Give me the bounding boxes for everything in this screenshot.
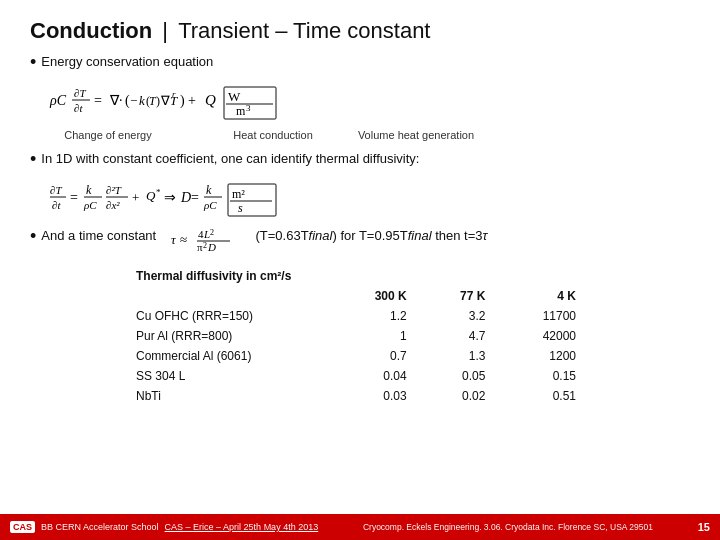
svg-text:D: D <box>207 241 216 253</box>
svg-text:∇: ∇ <box>160 93 170 108</box>
svg-text:2: 2 <box>203 241 207 250</box>
cell-77k: 3.2 <box>421 306 500 326</box>
bullet-dot-2: • <box>30 150 36 168</box>
svg-text:3: 3 <box>246 103 251 113</box>
svg-text:): ) <box>156 94 160 108</box>
svg-text:ρC: ρC <box>49 93 67 108</box>
cell-77k: 0.05 <box>421 366 500 386</box>
bullet-timeconstant-text: And a time constant <box>41 228 156 243</box>
cell-77k: 4.7 <box>421 326 500 346</box>
cell-4k: 42000 <box>499 326 590 346</box>
cell-300k: 0.03 <box>332 386 421 406</box>
label-volume-heat: Volume heat generation <box>346 129 486 141</box>
cell-77k: 1.3 <box>421 346 500 366</box>
svg-text:s: s <box>238 201 243 215</box>
table-title: Thermal diffusivity in cm²/s <box>130 266 590 286</box>
cell-77k: 0.02 <box>421 386 500 406</box>
equation-labels: Change of energy Heat conduction Volume … <box>48 129 690 141</box>
cell-300k: 0.7 <box>332 346 421 366</box>
svg-text:m: m <box>236 104 246 118</box>
footer-event: CAS – Erice – April 25th May 4th 2013 <box>165 522 319 532</box>
bullet-energy-text: Energy conservation equation <box>41 54 213 69</box>
svg-text:T: T <box>170 93 178 108</box>
bullet-dot-3: • <box>30 227 36 245</box>
svg-text:τ: τ <box>171 232 177 247</box>
svg-text:W: W <box>228 89 241 104</box>
table-row: Pur Al (RRR=800)14.742000 <box>130 326 590 346</box>
svg-text:∂t: ∂t <box>74 102 83 114</box>
svg-text:=: = <box>94 93 102 108</box>
svg-text:∂t: ∂t <box>52 199 61 211</box>
svg-text:2: 2 <box>210 228 214 237</box>
timeconstant-eq-svg: τ ≈ 4 L 2 π 2 D <box>170 228 242 258</box>
equation-energy-conservation: ρC ∂T ∂t = ∇· ( − k ( T ) ∇ r T ) + Q <box>48 79 690 127</box>
footer-event-link[interactable]: CAS – Erice – April 25th May 4th 2013 <box>165 522 319 532</box>
table-row: SS 304 L0.040.050.15 <box>130 366 590 386</box>
diffusivity-table-section: Thermal diffusivity in cm²/s 300 K 77 K … <box>30 266 690 406</box>
diffusivity-table: Thermal diffusivity in cm²/s 300 K 77 K … <box>130 266 590 406</box>
svg-text:+: + <box>188 93 196 108</box>
footer-page: 15 <box>698 521 710 533</box>
title-separator: | <box>162 18 168 43</box>
footer-logo: CAS <box>10 521 35 533</box>
svg-text:⇒: ⇒ <box>164 190 176 205</box>
svg-text:=: = <box>191 190 199 205</box>
svg-text:∂T: ∂T <box>74 87 86 99</box>
label-heat-conduction: Heat conduction <box>208 129 338 141</box>
cell-300k: 1.2 <box>332 306 421 326</box>
cell-4k: 0.15 <box>499 366 590 386</box>
table-header-row: 300 K 77 K 4 K <box>130 286 590 306</box>
svg-text:≈: ≈ <box>180 232 187 247</box>
col-header-4k: 4 K <box>499 286 590 306</box>
cell-4k: 11700 <box>499 306 590 326</box>
cell-4k: 1200 <box>499 346 590 366</box>
page: Conduction | Transient – Time constant •… <box>0 0 720 540</box>
svg-text:k: k <box>206 183 212 197</box>
cell-material: SS 304 L <box>130 366 332 386</box>
svg-text:ρC: ρC <box>203 199 217 211</box>
table-row: Commercial Al (6061)0.71.31200 <box>130 346 590 366</box>
svg-text:): ) <box>180 93 185 109</box>
col-header-300k: 300 K <box>332 286 421 306</box>
svg-text:k: k <box>139 93 145 108</box>
svg-text:∇·: ∇· <box>109 93 123 108</box>
svg-text:Q: Q <box>205 92 216 108</box>
cell-4k: 0.51 <box>499 386 590 406</box>
svg-text:ρC: ρC <box>83 199 97 211</box>
cell-material: NbTi <box>130 386 332 406</box>
table-title-row: Thermal diffusivity in cm²/s <box>130 266 590 286</box>
col-header-77k: 77 K <box>421 286 500 306</box>
svg-text:∂x²: ∂x² <box>106 199 120 211</box>
table-row: NbTi0.030.020.51 <box>130 386 590 406</box>
time-const-note: (T=0.63Tfinal) for T=0.95Tfinal then t=3… <box>255 228 487 243</box>
table-body: Cu OFHC (RRR=150)1.23.211700Pur Al (RRR=… <box>130 306 590 406</box>
svg-text:m²: m² <box>232 187 245 201</box>
cell-material: Commercial Al (6061) <box>130 346 332 366</box>
equation-diffusivity: ∂T ∂t = k ρC ∂²T ∂x² + Q * ⇒ D = k <box>48 176 690 224</box>
table-row: Cu OFHC (RRR=150)1.23.211700 <box>130 306 590 326</box>
col-header-material <box>130 286 332 306</box>
footer-bar: CAS BB CERN Accelerator School CAS – Eri… <box>0 514 720 540</box>
bullet-timeconstant: • And a time constant τ ≈ 4 L 2 π 2 D (T… <box>30 228 690 258</box>
title-subtitle: Transient – Time constant <box>178 18 430 43</box>
bullet-diffusivity: • In 1D with constant coefficient, one c… <box>30 151 690 168</box>
cell-material: Cu OFHC (RRR=150) <box>130 306 332 326</box>
bullet-diffusivity-text: In 1D with constant coefficient, one can… <box>41 151 419 166</box>
svg-text:=: = <box>70 190 78 205</box>
cell-material: Pur Al (RRR=800) <box>130 326 332 346</box>
label-change-energy: Change of energy <box>48 129 168 141</box>
svg-text:∂²T: ∂²T <box>106 184 122 196</box>
cell-300k: 1 <box>332 326 421 346</box>
cell-300k: 0.04 <box>332 366 421 386</box>
footer-credit: Cryocomp. Eckels Engineering. 3.06. Cryo… <box>318 522 698 532</box>
energy-eq-svg: ρC ∂T ∂t = ∇· ( − k ( T ) ∇ r T ) + Q <box>48 79 448 127</box>
diffusivity-eq-svg: ∂T ∂t = k ρC ∂²T ∂x² + Q * ⇒ D = k <box>48 176 488 224</box>
svg-text:∂T: ∂T <box>50 184 62 196</box>
svg-text:+: + <box>132 190 139 205</box>
title-main: Conduction <box>30 18 152 43</box>
svg-text:D: D <box>180 190 191 205</box>
footer-session: BB CERN Accelerator School <box>41 522 159 532</box>
bullet-energy: • Energy conservation equation <box>30 54 690 71</box>
bullet-dot-1: • <box>30 53 36 71</box>
svg-text:k: k <box>86 183 92 197</box>
